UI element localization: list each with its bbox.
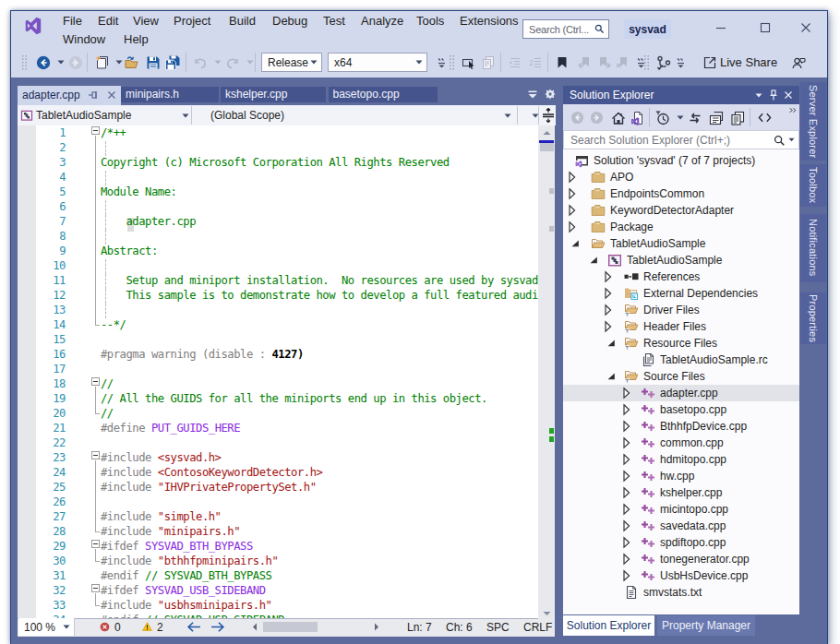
tab-close-icon[interactable] xyxy=(107,90,116,100)
zoom-level-combobox[interactable]: 100 % xyxy=(18,618,75,636)
expand-arrow-icon[interactable] xyxy=(605,268,616,285)
navigate-to-button[interactable] xyxy=(461,54,476,70)
navigate-backward-button[interactable] xyxy=(35,54,51,70)
minimize-button[interactable] xyxy=(707,18,735,38)
new-project-button[interactable] xyxy=(93,54,109,70)
se-pending-changes-filter-button[interactable] xyxy=(654,110,670,125)
live-share-label[interactable]: Live Share xyxy=(720,55,777,69)
toolbar-grip-3[interactable] xyxy=(644,54,650,71)
fold-collapse-box[interactable] xyxy=(91,540,101,549)
menu-item-project[interactable]: Project xyxy=(174,14,210,28)
fold-collapse-box[interactable] xyxy=(91,377,101,387)
menu-item-edit[interactable]: Edit xyxy=(98,14,118,28)
se-collapse-all-button[interactable] xyxy=(708,110,724,125)
source-control-button[interactable] xyxy=(655,54,671,70)
tree-item-tabletaudiosample[interactable]: TabletAudioSample xyxy=(563,235,799,252)
se-home-button[interactable] xyxy=(610,110,626,125)
navbar-project-caret[interactable] xyxy=(182,113,189,118)
tree-item-endpointscommon[interactable]: EndpointsCommon xyxy=(563,185,799,202)
tree-item-package[interactable]: Package xyxy=(563,219,799,235)
menu-item-tools[interactable]: Tools xyxy=(416,14,444,28)
tree-item-keyworddetectoradapter[interactable]: KeywordDetectorAdapter xyxy=(563,202,799,219)
tree-item-source-files[interactable]: Source Files xyxy=(563,368,799,385)
undo-button[interactable] xyxy=(192,54,208,70)
tree-item-apo[interactable]: APO xyxy=(563,169,799,185)
pin-icon[interactable] xyxy=(768,89,779,101)
tree-item-resource-files[interactable]: Resource Files xyxy=(563,335,799,352)
bottom-tab-property-manager[interactable]: Property Manager xyxy=(657,615,755,636)
scrollbar-up-icon[interactable] xyxy=(543,130,551,136)
error-count[interactable]: 0 xyxy=(114,621,121,634)
se-search-input[interactable]: Search Solution Explorer (Ctrl+;) xyxy=(563,130,799,149)
clear-bookmarks-button[interactable] xyxy=(615,54,630,70)
tab-options-gear-icon[interactable] xyxy=(545,89,556,100)
tree-item-references[interactable]: References xyxy=(563,268,799,285)
expand-arrow-icon[interactable] xyxy=(623,435,634,451)
bottom-tab-solution-explorer[interactable]: Solution Explorer xyxy=(563,615,654,636)
indent-button[interactable] xyxy=(507,54,522,70)
document-tab-kshelper.cpp[interactable]: kshelper.cpp xyxy=(221,87,326,103)
expand-arrow-icon[interactable] xyxy=(569,219,580,235)
tree-item-tonegenerator.cpp[interactable]: tonegenerator.cpp xyxy=(563,551,799,567)
tree-item-usbhsdevice.cpp[interactable]: UsbHsDevice.cpp xyxy=(563,567,799,584)
save-button[interactable] xyxy=(145,54,161,70)
se-toolbar-overflow-icon[interactable] xyxy=(789,107,798,113)
live-share-icon[interactable] xyxy=(702,54,717,70)
fold-collapse-box[interactable] xyxy=(91,126,101,136)
side-tab-server-explorer[interactable]: Server Explorer xyxy=(800,82,826,161)
toolbar-overflow-button[interactable] xyxy=(434,54,450,70)
quick-search-input[interactable]: Search (Ctrl... xyxy=(522,19,609,39)
tree-item-solution-sysvad-7-of-7-projects-[interactable]: Solution 'sysvad' (7 of 7 projects) xyxy=(563,152,799,169)
menu-item-view[interactable]: View xyxy=(133,14,159,28)
panel-close-icon[interactable] xyxy=(784,90,793,100)
navigate-forward-arrow-icon[interactable] xyxy=(210,622,224,632)
collapse-arrow-icon[interactable] xyxy=(605,335,616,352)
collapse-arrow-icon[interactable] xyxy=(569,235,580,252)
toolbar-grip[interactable] xyxy=(22,54,28,71)
expand-arrow-icon[interactable] xyxy=(605,318,616,335)
navigate-back-arrow-icon[interactable] xyxy=(187,622,201,632)
expand-arrow-icon[interactable] xyxy=(623,534,634,551)
configuration-combobox[interactable]: Release xyxy=(261,53,322,72)
platform-combobox[interactable]: x64 xyxy=(328,53,427,72)
menu-item-window[interactable]: Window xyxy=(63,32,105,46)
tree-item-micintopo.cpp[interactable]: micintopo.cpp xyxy=(563,501,799,518)
side-tab-notifications[interactable]: Notifications xyxy=(800,214,826,282)
expand-arrow-icon[interactable] xyxy=(623,551,634,567)
source-control-overflow[interactable] xyxy=(673,54,689,70)
se-back-button[interactable] xyxy=(570,110,585,125)
previous-bookmark-button[interactable] xyxy=(576,54,592,70)
editor-vertical-scrollbar[interactable] xyxy=(538,125,555,637)
hscroll-left-icon[interactable] xyxy=(252,623,258,631)
navbar-scope-dropdown[interactable]: (Global Scope) xyxy=(210,109,284,122)
expand-arrow-icon[interactable] xyxy=(623,484,634,501)
tree-item-header-files[interactable]: Header Files xyxy=(563,318,799,335)
menu-item-debug[interactable]: Debug xyxy=(272,14,307,28)
expand-arrow-icon[interactable] xyxy=(623,518,634,534)
expand-arrow-icon[interactable] xyxy=(605,302,616,318)
document-tab-basetopo.cpp[interactable]: basetopo.cpp xyxy=(329,87,438,103)
tree-item-common.cpp[interactable]: common.cpp xyxy=(563,435,799,451)
split-editor-icon[interactable] xyxy=(542,108,555,123)
document-tab-adapter.cpp[interactable]: adapter.cpp xyxy=(18,86,121,105)
tab-pin-icon[interactable] xyxy=(88,89,99,101)
tree-item-savedata.cpp[interactable]: savedata.cpp xyxy=(563,518,799,534)
expand-arrow-icon[interactable] xyxy=(569,185,580,202)
navbar-scope-caret[interactable] xyxy=(504,113,511,118)
tab-list-dropdown-icon[interactable] xyxy=(528,90,537,99)
side-tab-properties[interactable]: Properties xyxy=(800,292,826,344)
tree-item-bthhfpdevice.cpp[interactable]: BthhfpDevice.cpp xyxy=(563,418,799,435)
tree-item-hw.cpp[interactable]: hw.cpp xyxy=(563,468,799,484)
se-forward-button[interactable] xyxy=(589,110,605,125)
tree-item-smvstats.txt[interactable]: smvstats.txt xyxy=(563,584,799,601)
menu-item-help[interactable]: Help xyxy=(124,32,149,46)
expand-arrow-icon[interactable] xyxy=(569,169,580,185)
panel-position-dropdown-icon[interactable] xyxy=(755,93,762,98)
tree-item-external-dependencies[interactable]: External Dependencies xyxy=(563,285,799,302)
expand-arrow-icon[interactable] xyxy=(623,401,634,418)
tree-item-kshelper.cpp[interactable]: kshelper.cpp xyxy=(563,484,799,501)
toolbar-grip-2[interactable] xyxy=(450,54,455,71)
tree-item-tabletaudiosample.rc[interactable]: TabletAudioSample.rc xyxy=(563,352,799,368)
tree-item-spdiftopo.cpp[interactable]: spdiftopo.cpp xyxy=(563,534,799,551)
side-tab-toolbox[interactable]: Toolbox xyxy=(800,164,826,208)
